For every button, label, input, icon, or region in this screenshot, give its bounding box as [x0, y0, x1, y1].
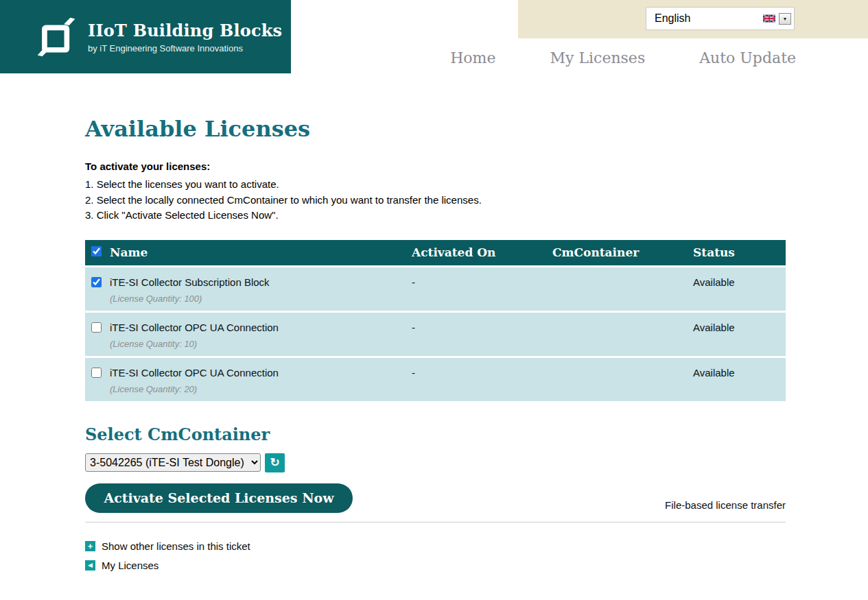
activate-selected-licenses-button[interactable]: Activate Selected Licenses Now — [85, 483, 353, 513]
main-content: Available Licenses To activate your lice… — [85, 116, 786, 571]
file-based-license-transfer-link[interactable]: File-based license transfer — [665, 499, 786, 513]
footer-links: + Show other licenses in this ticket ◀ M… — [85, 540, 786, 571]
license-quantity: (License Quantity: 10) — [110, 339, 412, 349]
license-activated-on: - — [412, 267, 552, 288]
language-selected-label: English — [655, 12, 690, 25]
header: IIoT Building Blocks by iT Engineering S… — [0, 0, 868, 73]
language-dropdown-button[interactable]: ▼ — [779, 13, 791, 25]
cmcontainer-select[interactable]: 3-5042265 (iTE-SI Test Dongle) — [85, 453, 261, 472]
select-all-checkbox[interactable] — [91, 246, 102, 256]
column-header-status: Status — [693, 245, 786, 259]
license-quantity: (License Quantity: 20) — [110, 384, 412, 394]
action-row: Activate Selected Licenses Now File-base… — [85, 483, 786, 513]
license-status: Available — [693, 267, 786, 288]
cmcontainer-section-title: Select CmContainer — [85, 424, 786, 444]
license-name: iTE-SI Collector OPC UA Connection — [110, 367, 412, 379]
license-activated-on: - — [412, 358, 552, 379]
table-row: iTE-SI Collector OPC UA Connection (Lice… — [85, 313, 786, 356]
refresh-icon: ↻ — [270, 457, 279, 468]
instruction-step: 3. Click "Activate Selected Licenses Now… — [85, 208, 786, 224]
my-licenses-back-label: My Licenses — [102, 560, 159, 571]
instructions-title: To activate your licenses: — [85, 160, 786, 172]
page-title: Available Licenses — [85, 116, 786, 142]
license-cmcontainer — [552, 358, 693, 367]
column-header-activated-on: Activated On — [412, 245, 552, 259]
show-other-licenses-link[interactable]: + Show other licenses in this ticket — [85, 540, 250, 552]
license-name: iTE-SI Collector OPC UA Connection — [110, 322, 412, 333]
nav-my-licenses[interactable]: My Licenses — [550, 49, 645, 67]
license-name: iTE-SI Collector Subscription Block — [110, 276, 412, 288]
instruction-step: 1. Select the licenses you want to activ… — [85, 177, 786, 193]
brand-logo-box[interactable]: IIoT Building Blocks by iT Engineering S… — [0, 0, 291, 73]
license-checkbox[interactable] — [91, 277, 102, 287]
table-row: iTE-SI Collector OPC UA Connection (Lice… — [85, 358, 786, 401]
column-header-cmcontainer: CmContainer — [552, 245, 693, 259]
nav-home[interactable]: Home — [450, 49, 495, 67]
brand-text: IIoT Building Blocks by iT Engineering S… — [88, 21, 282, 53]
activation-instructions: To activate your licenses: 1. Select the… — [85, 160, 786, 224]
brand-title: IIoT Building Blocks — [88, 21, 282, 40]
show-other-licenses-label: Show other licenses in this ticket — [102, 540, 250, 552]
license-activated-on: - — [412, 313, 552, 333]
license-cmcontainer — [552, 267, 693, 276]
brand-subtitle: by iT Engineering Software Innovations — [88, 43, 282, 53]
license-checkbox[interactable] — [91, 322, 102, 333]
brand-logo-icon — [36, 12, 76, 62]
license-cmcontainer — [552, 313, 693, 322]
nav-auto-update[interactable]: Auto Update — [699, 49, 796, 67]
cmcontainer-row: 3-5042265 (iTE-SI Test Dongle) ↻ — [85, 453, 786, 472]
uk-flag-icon — [763, 14, 775, 23]
divider — [85, 522, 786, 523]
table-row: iTE-SI Collector Subscription Block (Lic… — [85, 267, 786, 311]
expand-plus-icon: + — [85, 541, 95, 551]
page: IIoT Building Blocks by iT Engineering S… — [0, 0, 868, 600]
main-nav: Home My Licenses Auto Update — [450, 49, 796, 67]
license-status: Available — [693, 313, 786, 333]
license-quantity: (License Quantity: 100) — [110, 293, 412, 304]
instruction-step: 2. Select the locally connected CmContai… — [85, 193, 786, 208]
my-licenses-back-link[interactable]: ◀ My Licenses — [85, 560, 159, 571]
back-arrow-icon: ◀ — [85, 560, 95, 571]
license-status: Available — [693, 358, 786, 379]
language-selector[interactable]: English ▼ — [646, 7, 795, 30]
table-header-row: Name Activated On CmContainer Status — [85, 240, 786, 265]
language-bar: English ▼ — [518, 0, 868, 38]
licenses-table: Name Activated On CmContainer Status iTE… — [85, 240, 786, 401]
refresh-button[interactable]: ↻ — [265, 453, 285, 472]
license-checkbox[interactable] — [91, 368, 102, 378]
column-header-name: Name — [110, 245, 412, 259]
